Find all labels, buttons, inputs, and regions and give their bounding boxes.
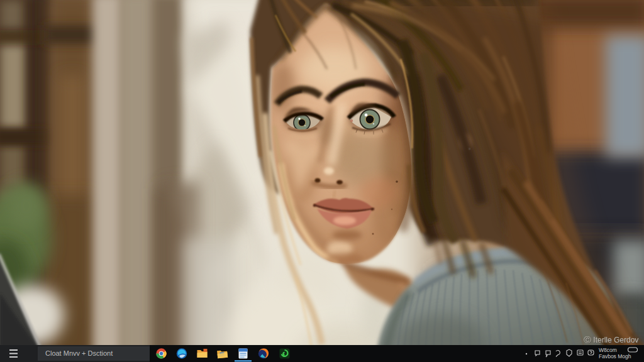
svg-text:Favbos Mogh: Favbos Mogh <box>599 353 631 359</box>
svg-text:Cloat Mnvv + Dsctiont: Cloat Mnvv + Dsctiont <box>45 349 113 357</box>
svg-text:Ⓒ Iterlle Gerdov: Ⓒ Iterlle Gerdov <box>584 336 638 344</box>
svg-text:W8com: W8com <box>599 347 617 353</box>
